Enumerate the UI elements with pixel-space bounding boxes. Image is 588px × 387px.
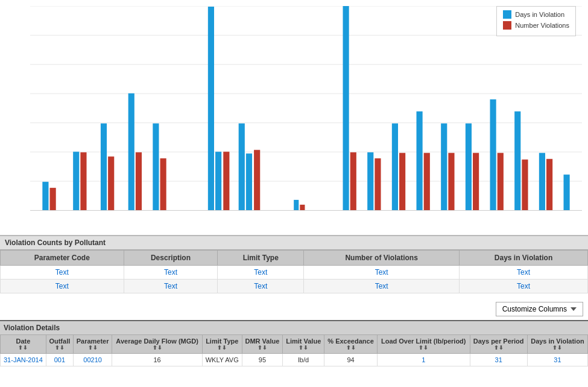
svg-rect-27 <box>215 152 221 210</box>
customize-columns-button[interactable]: Customize Columns <box>496 302 583 316</box>
counts-table-row: TextTextTextTextText <box>1 280 588 293</box>
details-section-header: Violation Details <box>0 320 588 334</box>
svg-rect-19 <box>80 152 86 210</box>
svg-rect-31 <box>254 150 260 210</box>
details-col-exceedance: % Exceedance⬆⬇ <box>324 335 378 354</box>
customize-btn-label: Customize Columns <box>502 305 567 313</box>
dropdown-arrow-icon <box>571 307 577 311</box>
details-col-outfall: Outfall⬆⬇ <box>46 335 73 354</box>
counts-table-cell[interactable]: Text <box>304 280 460 293</box>
counts-table: Parameter Code Description Limit Type Nu… <box>0 250 588 293</box>
details-table-cell: 95 <box>242 354 283 366</box>
counts-table-cell[interactable]: Text <box>460 266 588 280</box>
svg-rect-16 <box>42 182 48 210</box>
svg-rect-32 <box>294 200 299 210</box>
svg-rect-26 <box>208 7 214 210</box>
counts-table-cell[interactable]: Text <box>304 266 460 280</box>
svg-rect-23 <box>136 152 142 210</box>
svg-rect-42 <box>441 123 447 210</box>
svg-rect-21 <box>108 156 114 210</box>
details-col-parameter: Parameter⬆⬇ <box>73 335 112 354</box>
legend-days-color <box>503 10 511 19</box>
svg-rect-38 <box>392 123 398 210</box>
legend-violations-label: Number Violations <box>515 22 569 29</box>
details-col-load-over: Load Over Limit (lb/period)⬆⬇ <box>377 335 470 354</box>
details-table-cell: 31 <box>527 354 587 366</box>
details-table-cell: 31-JAN-2014 <box>1 354 46 366</box>
svg-rect-20 <box>101 123 107 210</box>
details-col-limit-type: Limit Type⬆⬇ <box>202 335 242 354</box>
svg-rect-46 <box>490 100 496 210</box>
svg-rect-30 <box>246 153 252 210</box>
svg-rect-36 <box>367 152 373 210</box>
svg-rect-40 <box>417 111 423 210</box>
svg-rect-47 <box>498 153 504 210</box>
svg-rect-29 <box>239 123 245 210</box>
counts-table-cell[interactable]: Text <box>1 266 124 280</box>
svg-rect-22 <box>128 94 134 210</box>
counts-table-row: TextTextTextTextText <box>1 266 588 280</box>
counts-table-cell[interactable]: Text <box>124 280 218 293</box>
svg-rect-34 <box>343 6 349 210</box>
svg-rect-50 <box>539 153 545 210</box>
chart-area: Days in Violation Number Violations 700 … <box>0 0 588 235</box>
counts-section-header: Violation Counts by Pollutant <box>0 235 588 250</box>
counts-col-param: Parameter Code <box>1 251 124 266</box>
details-table-cell: 16 <box>112 354 202 366</box>
details-table-cell: 00210 <box>73 354 112 366</box>
legend-violations-color <box>503 21 511 30</box>
details-table-cell: 94 <box>324 354 378 366</box>
details-header-row: Date⬆⬇ Outfall⬆⬇ Parameter⬆⬇ Average Dai… <box>1 335 588 354</box>
svg-rect-18 <box>73 152 79 210</box>
svg-rect-51 <box>546 159 552 210</box>
svg-rect-37 <box>375 158 381 210</box>
svg-rect-39 <box>399 153 405 210</box>
details-col-flow: Average Daily Flow (MGD)⬆⬇ <box>112 335 202 354</box>
details-col-days-period: Days per Period⬆⬇ <box>470 335 527 354</box>
counts-col-numviol: Number of Violations <box>304 251 460 266</box>
svg-rect-33 <box>300 205 305 210</box>
counts-table-cell[interactable]: Text <box>124 266 218 280</box>
details-table-cell: 31 <box>470 354 527 366</box>
counts-table-cell[interactable]: Text <box>218 280 304 293</box>
svg-rect-17 <box>50 188 56 210</box>
counts-table-cell[interactable]: Text <box>1 280 124 293</box>
svg-rect-44 <box>466 123 472 210</box>
svg-rect-48 <box>514 111 520 210</box>
details-col-days-viol: Days in Violation⬆⬇ <box>527 335 587 354</box>
svg-rect-28 <box>223 152 229 210</box>
legend-violations: Number Violations <box>503 21 569 30</box>
svg-rect-41 <box>424 153 430 210</box>
legend-days-label: Days in Violation <box>515 11 564 18</box>
details-col-dmr: DMR Value⬆⬇ <box>242 335 283 354</box>
details-table-cell: 001 <box>46 354 73 366</box>
details-col-limit-val: Limit Value⬆⬇ <box>283 335 324 354</box>
details-table: Date⬆⬇ Outfall⬆⬇ Parameter⬆⬇ Average Dai… <box>0 334 588 366</box>
svg-rect-25 <box>160 158 166 210</box>
svg-rect-52 <box>564 174 570 210</box>
details-table-cell: WKLY AVG <box>202 354 242 366</box>
legend-days: Days in Violation <box>503 10 569 19</box>
counts-table-cell[interactable]: Text <box>460 280 588 293</box>
counts-table-header-row: Parameter Code Description Limit Type Nu… <box>1 251 588 266</box>
customize-row: Customize Columns <box>0 298 588 320</box>
details-table-cell: lb/d <box>283 354 324 366</box>
chart-legend: Days in Violation Number Violations <box>496 6 576 36</box>
svg-rect-24 <box>153 123 159 210</box>
svg-rect-35 <box>350 152 356 210</box>
bar-chart: 700 600 500 400 300 200 100 0 <box>30 6 582 211</box>
details-table-cell: 1 <box>377 354 470 366</box>
details-col-date: Date⬆⬇ <box>1 335 46 354</box>
svg-rect-49 <box>522 159 528 210</box>
counts-col-desc: Description <box>124 251 218 266</box>
counts-table-cell[interactable]: Text <box>218 266 304 280</box>
svg-rect-43 <box>448 153 454 210</box>
counts-col-daysviol: Days in Violation <box>460 251 588 266</box>
counts-col-limit: Limit Type <box>218 251 304 266</box>
table-row: 31-JAN-20140010021016WKLY AVG95lb/d94131… <box>1 354 588 366</box>
svg-rect-45 <box>473 153 479 210</box>
